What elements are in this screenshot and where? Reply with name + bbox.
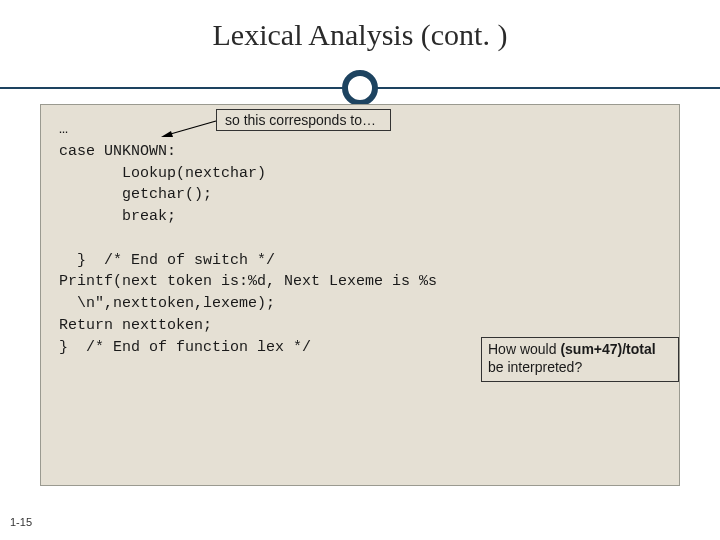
callout2-expression: (sum+47)/total <box>560 341 655 357</box>
code-line: break; <box>59 208 176 225</box>
code-line: … <box>59 121 68 138</box>
code-line: Printf(next token is:%d, Next Lexeme is … <box>59 273 437 290</box>
code-line: Return nexttoken; <box>59 317 212 334</box>
code-line: case UNKNOWN: <box>59 143 176 160</box>
code-line: getchar(); <box>59 186 212 203</box>
page-number: 1-15 <box>10 516 32 528</box>
code-line: Lookup(nextchar) <box>59 165 266 182</box>
divider <box>0 70 720 106</box>
code-line: } /* End of function lex */ <box>59 339 311 356</box>
code-line: } /* End of switch */ <box>59 252 275 269</box>
slide-title: Lexical Analysis (cont. ) <box>0 18 720 52</box>
callout2-suffix: be interpreted? <box>488 359 582 375</box>
code-block: … case UNKNOWN: Lookup(nextchar) getchar… <box>59 119 661 358</box>
callout-interpretation-question: How would (sum+47)/total be interpreted? <box>481 337 679 382</box>
title-area: Lexical Analysis (cont. ) <box>0 0 720 52</box>
divider-circle-icon <box>342 70 378 106</box>
code-line: \n",nexttoken,lexeme); <box>59 295 275 312</box>
content-panel: so this corresponds to… … case UNKNOWN: … <box>40 104 680 486</box>
callout2-prefix: How would <box>488 341 560 357</box>
